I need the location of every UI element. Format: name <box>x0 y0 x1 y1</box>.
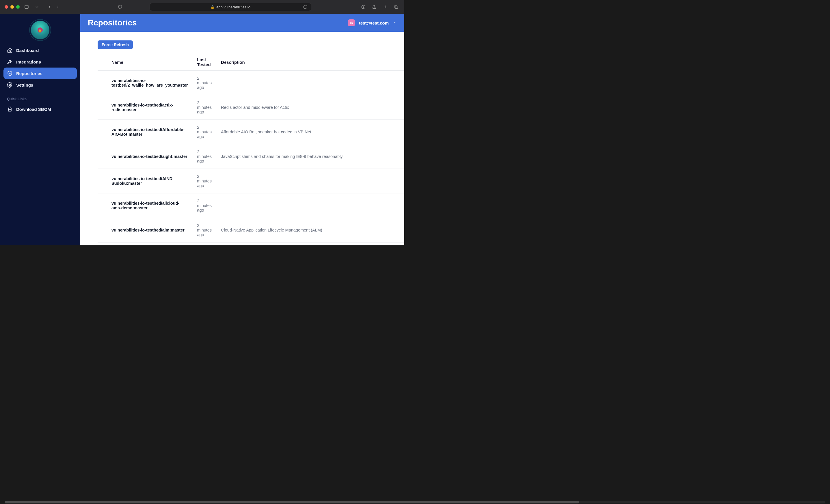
downloads-icon[interactable] <box>360 3 367 10</box>
page-title: Repositories <box>88 18 137 27</box>
quick-link-download-sbom[interactable]: Download SBOM <box>3 103 77 115</box>
repo-description <box>216 169 404 193</box>
user-email: test@test.com <box>359 21 389 25</box>
repo-name: vulnerabilities-io-testbed/alicloud-ams-… <box>98 193 192 218</box>
table-row[interactable]: vulnerabilities-io-testbed/android-boots… <box>98 242 404 246</box>
repo-description <box>216 193 404 218</box>
forward-button[interactable] <box>54 3 61 10</box>
shield-check-icon <box>7 70 13 76</box>
svg-rect-7 <box>395 6 398 9</box>
quick-links-heading: Quick Links <box>3 91 77 103</box>
table-row[interactable]: vulnerabilities-io-testbed/alm:master2 m… <box>98 218 404 242</box>
gear-icon <box>7 82 13 88</box>
sidebar-label: Integrations <box>16 60 41 64</box>
repo-last-tested: 2 minutes ago <box>192 144 216 169</box>
column-header-description[interactable]: Description <box>216 54 404 71</box>
repo-last-tested: 2 minutes ago <box>192 218 216 242</box>
sidebar-label: Dashboard <box>16 48 39 53</box>
topbar: Repositories TE test@test.com <box>80 14 404 32</box>
new-tab-icon[interactable] <box>382 3 389 10</box>
url-bar[interactable]: 🔒 app.vulnerabilities.io <box>150 3 311 11</box>
repo-last-tested: 2 minutes ago <box>192 169 216 193</box>
window-controls <box>5 5 20 9</box>
repo-description: Redis actor and middleware for Actix <box>216 95 404 120</box>
sidebar-label: Settings <box>16 82 33 88</box>
sidebar-item-integrations[interactable]: Integrations <box>3 56 77 68</box>
url-text: app.vulnerabilities.io <box>216 5 250 9</box>
sidebar-label: Repositories <box>16 71 42 76</box>
printer-icon <box>7 106 13 112</box>
repo-name: vulnerabilities-io-testbed/AIND-Sudoku:m… <box>98 169 192 193</box>
column-header-last-tested[interactable]: Last Tested <box>192 54 216 71</box>
table-row[interactable]: vulnerabilities-io-testbed/AIND-Sudoku:m… <box>98 169 404 193</box>
reload-icon[interactable] <box>302 3 309 10</box>
table-row[interactable]: vulnerabilities-io-testbed/2_wallie_how_… <box>98 71 404 95</box>
force-refresh-button[interactable]: Force Refresh <box>98 40 133 49</box>
repo-last-tested: 2 minutes ago <box>192 242 216 246</box>
sidebar-item-repositories[interactable]: Repositories <box>3 68 77 79</box>
table-row[interactable]: vulnerabilities-io-testbed/actix-redis:m… <box>98 95 404 120</box>
tabs-icon[interactable] <box>393 3 400 10</box>
svg-point-8 <box>9 84 11 86</box>
repo-description: Affordable AIO Bot, sneaker bot coded in… <box>216 120 404 144</box>
repo-name: vulnerabilities-io-testbed/aight:master <box>98 144 192 169</box>
chevron-down-icon[interactable] <box>33 3 40 10</box>
repo-description: A template/bootstrap/boilerplate applica… <box>216 242 404 246</box>
repo-last-tested: 2 minutes ago <box>192 120 216 144</box>
lock-icon: 🔒 <box>211 5 215 9</box>
table-row[interactable]: vulnerabilities-io-testbed/aight:master2… <box>98 144 404 169</box>
window-maximize-button[interactable] <box>16 5 20 9</box>
svg-rect-0 <box>25 5 28 9</box>
chevron-down-icon <box>393 20 397 25</box>
repo-last-tested: 2 minutes ago <box>192 71 216 95</box>
repo-last-tested: 2 minutes ago <box>192 193 216 218</box>
column-header-name[interactable]: Name <box>98 54 192 71</box>
quick-link-label: Download SBOM <box>16 107 51 112</box>
window-close-button[interactable] <box>5 5 8 9</box>
repo-description: Cloud-Native Application Lifecycle Manag… <box>216 218 404 242</box>
app-logo: 🔒 <box>3 19 77 44</box>
repo-last-tested: 2 minutes ago <box>192 95 216 120</box>
repo-name: vulnerabilities-io-testbed/2_wallie_how_… <box>98 71 192 95</box>
table-row[interactable]: vulnerabilities-io-testbed/alicloud-ams-… <box>98 193 404 218</box>
avatar: TE <box>348 19 355 26</box>
back-button[interactable] <box>46 3 53 10</box>
repo-description <box>216 71 404 95</box>
privacy-shield-icon[interactable] <box>117 3 124 10</box>
share-icon[interactable] <box>371 3 378 10</box>
sidebar-toggle-icon[interactable] <box>23 3 30 10</box>
lock-icon: 🔒 <box>37 27 43 33</box>
svg-rect-9 <box>8 109 11 111</box>
repo-name: vulnerabilities-io-testbed/alm:master <box>98 218 192 242</box>
repo-name: vulnerabilities-io-testbed/actix-redis:m… <box>98 95 192 120</box>
content-area: Force Refresh Name Last Tested Descripti… <box>80 32 404 245</box>
sidebar: 🔒 Dashboard Integrations Repositories Se… <box>0 14 80 245</box>
browser-chrome: 🔒 app.vulnerabilities.io <box>0 0 404 14</box>
repo-name: vulnerabilities-io-testbed/Affordable-AI… <box>98 120 192 144</box>
repositories-table: Name Last Tested Description vulnerabili… <box>98 54 404 245</box>
repo-description: JavaScript shims and shams for making IE… <box>216 144 404 169</box>
table-row[interactable]: vulnerabilities-io-testbed/Affordable-AI… <box>98 120 404 144</box>
sidebar-item-settings[interactable]: Settings <box>3 79 77 91</box>
repo-name: vulnerabilities-io-testbed/android-boots… <box>98 242 192 246</box>
sidebar-item-dashboard[interactable]: Dashboard <box>3 44 77 56</box>
tools-icon <box>7 59 13 65</box>
user-menu[interactable]: TE test@test.com <box>348 19 397 26</box>
window-minimize-button[interactable] <box>10 5 14 9</box>
home-icon <box>7 47 13 53</box>
